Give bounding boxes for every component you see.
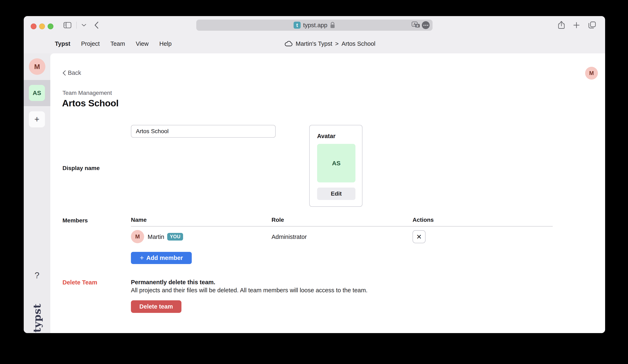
team-sidebar: M AS + ? typst — [24, 53, 50, 333]
sidebar-team-avatar[interactable]: AS — [29, 85, 45, 101]
you-badge: YOU — [167, 233, 183, 240]
column-header-actions: Actions — [412, 217, 434, 223]
breadcrumb-page: Artos School — [341, 40, 375, 47]
team-management-page: Back M Team Management Artos School Disp… — [50, 53, 605, 333]
sidebar-selected-item[interactable]: AS — [24, 80, 50, 106]
column-header-name: Name — [131, 217, 147, 223]
display-name-input[interactable] — [131, 125, 276, 138]
back-label: Back — [68, 70, 81, 76]
edit-avatar-button[interactable]: Edit — [317, 188, 355, 200]
browser-window: t typst.app A 文 — [24, 16, 605, 333]
toolbar-separator — [76, 22, 77, 29]
remove-member-button[interactable]: ✕ — [412, 230, 426, 243]
share-icon[interactable] — [558, 21, 565, 29]
new-tab-icon[interactable] — [573, 22, 580, 29]
app-menubar: Typst Project Team View Help Martin's Ty… — [24, 34, 605, 53]
breadcrumb-separator: > — [335, 40, 338, 47]
browser-titlebar: t typst.app A 文 — [24, 16, 605, 34]
page-options-icon[interactable] — [422, 21, 430, 29]
avatar-card: Avatar AS Edit — [309, 125, 362, 207]
breadcrumb-team[interactable]: Martin's Typst — [296, 40, 332, 47]
chevron-down-icon[interactable] — [82, 24, 86, 27]
menu-view[interactable]: View — [136, 40, 149, 47]
delete-team-label: Delete Team — [63, 279, 97, 286]
traffic-lights — [31, 23, 53, 29]
translate-icon[interactable]: A 文 — [411, 21, 421, 29]
menu-help[interactable]: Help — [159, 40, 172, 47]
tab-overview-icon[interactable] — [588, 21, 596, 29]
url-bar[interactable]: t typst.app A 文 — [196, 20, 433, 31]
delete-team-body: All projects and their files will be del… — [131, 287, 368, 294]
section-label: Team Management — [63, 90, 112, 96]
menu-typst[interactable]: Typst — [55, 40, 70, 47]
team-avatar-preview: AS — [317, 144, 355, 182]
menu-project[interactable]: Project — [81, 40, 100, 47]
add-member-button[interactable]: + Add member — [131, 252, 192, 264]
display-name-label: Display name — [63, 165, 100, 171]
close-window-button[interactable] — [31, 23, 36, 29]
delete-team-button[interactable]: Delete team — [131, 300, 181, 313]
table-divider — [131, 226, 553, 226]
breadcrumb[interactable]: Martin's Typst > Artos School — [285, 34, 376, 53]
browser-back-icon[interactable] — [94, 22, 98, 29]
minimize-window-button[interactable] — [39, 23, 45, 29]
help-button[interactable]: ? — [24, 270, 50, 280]
avatar-card-label: Avatar — [317, 133, 335, 140]
sidebar-toggle-icon[interactable] — [64, 22, 71, 28]
svg-text:文: 文 — [416, 24, 419, 27]
member-avatar: M — [131, 230, 144, 243]
url-text: typst.app — [303, 22, 327, 29]
page-title: Artos School — [62, 98, 119, 109]
typst-logo: typst — [31, 304, 43, 333]
plus-icon: + — [140, 254, 144, 262]
member-name: Martin — [148, 233, 164, 240]
member-role: Administrator — [272, 233, 307, 240]
zoom-window-button[interactable] — [48, 23, 53, 29]
lock-icon — [330, 22, 335, 29]
add-member-label: Add member — [146, 255, 183, 261]
delete-team-heading: Permanently delete this team. — [131, 279, 215, 286]
column-header-role: Role — [272, 217, 284, 223]
members-label: Members — [63, 217, 88, 224]
back-link[interactable]: Back — [63, 70, 81, 76]
sidebar-user-avatar[interactable]: M — [29, 58, 45, 75]
add-team-button[interactable]: + — [29, 111, 45, 127]
cloud-icon — [285, 41, 293, 47]
menu-team[interactable]: Team — [110, 40, 125, 47]
site-favicon: t — [294, 22, 301, 29]
user-avatar[interactable]: M — [585, 67, 598, 79]
